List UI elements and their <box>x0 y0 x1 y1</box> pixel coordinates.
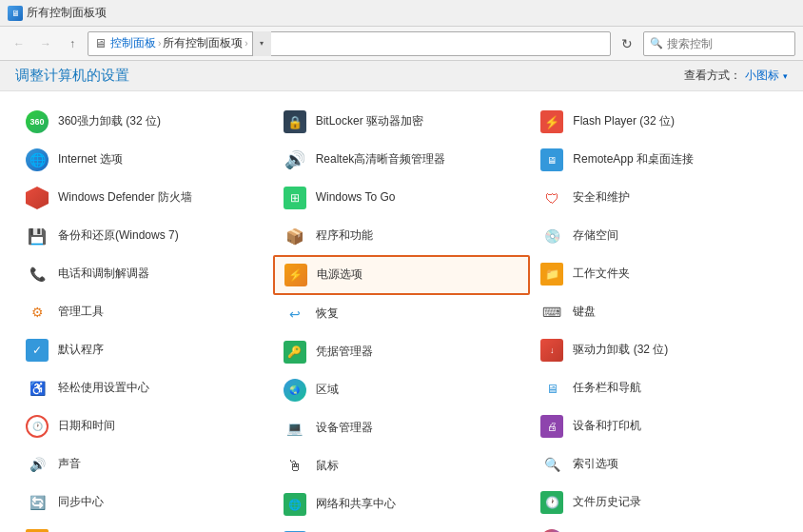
control-item-internet[interactable]: 🌐Internet 选项 <box>15 141 273 179</box>
filemgr-icon: 📁 <box>24 527 50 532</box>
sync-label: 同步中心 <box>58 495 104 510</box>
flash-icon: ⚡ <box>539 108 565 135</box>
sound-label: 声音 <box>58 457 81 472</box>
ease-label: 轻松使用设置中心 <box>58 381 149 396</box>
control-item-color[interactable]: 颜色管理 <box>530 522 788 532</box>
control-item-workfolder[interactable]: 📁工作文件夹 <box>530 255 788 293</box>
360uninstall-icon: 360 <box>24 108 50 135</box>
remoteapp-icon: 🖥 <box>539 147 565 173</box>
up-button[interactable]: ↑ <box>61 32 84 55</box>
control-item-bitlocker[interactable]: 🔒BitLocker 驱动器加密 <box>273 103 531 141</box>
view-chevron-icon: ▾ <box>783 71 788 81</box>
control-item-network[interactable]: 🌐网络和共享中心 <box>273 485 531 523</box>
devmgr-label: 设备管理器 <box>316 421 373 436</box>
address-dropdown[interactable]: ▾ <box>252 31 271 56</box>
sound-icon: 🔊 <box>24 451 50 478</box>
sync-icon: 🔄 <box>24 489 50 516</box>
360uninstall-label: 360强力卸载 (32 位) <box>58 114 161 129</box>
power-label: 电源选项 <box>317 267 362 283</box>
control-item-index[interactable]: 🔍索引选项 <box>530 445 788 483</box>
region-icon: 🌏 <box>282 377 308 404</box>
index-icon: 🔍 <box>539 451 565 478</box>
control-item-power[interactable]: ⚡电源选项 <box>273 255 531 295</box>
search-icon: 🔍 <box>650 37 663 49</box>
view-label: 查看方式： <box>684 68 741 84</box>
phone-icon: 📞 <box>24 261 50 287</box>
control-item-storage[interactable]: 💿存储空间 <box>530 217 788 255</box>
realtek-label: Realtek高清晰音频管理器 <box>316 152 446 167</box>
defender-label: Windows Defender 防火墙 <box>58 190 192 206</box>
search-box[interactable]: 🔍 <box>643 31 795 56</box>
control-item-programs[interactable]: 📦程序和功能 <box>273 217 531 255</box>
filehist-icon: 🕐 <box>539 489 565 516</box>
manage-icon: ⚙ <box>24 299 50 325</box>
taskbar-icon: 🖥 <box>539 375 565 402</box>
control-item-360uninstall[interactable]: 360360强力卸载 (32 位) <box>15 103 273 141</box>
search-input[interactable] <box>667 37 789 50</box>
window-icon: 🖥 <box>8 6 23 21</box>
back-button[interactable]: ← <box>8 32 30 55</box>
control-item-credential[interactable]: 🔑凭据管理器 <box>273 333 531 371</box>
bitlocker-label: BitLocker 驱动器加密 <box>316 114 423 129</box>
title-bar: 🖥 所有控制面板项 <box>0 0 803 27</box>
taskbar-label: 任务栏和导航 <box>573 381 641 396</box>
address-path-icon: 🖥 <box>94 36 107 50</box>
bitlocker-icon: 🔒 <box>282 108 308 135</box>
control-item-realtek[interactable]: 🔊Realtek高清晰音频管理器 <box>273 141 531 179</box>
programs-icon: 📦 <box>282 223 308 249</box>
credential-label: 凭据管理器 <box>316 345 373 360</box>
forward-button[interactable]: → <box>34 32 57 55</box>
recover-label: 恢复 <box>316 306 339 322</box>
control-item-manage[interactable]: ⚙管理工具 <box>15 293 273 331</box>
toolbar: 调整计算机的设置 查看方式： 小图标 ▾ <box>0 61 803 91</box>
internet-icon: 🌐 <box>24 147 50 173</box>
items-grid: 360360强力卸载 (32 位)🌐Internet 选项Windows Def… <box>15 103 788 532</box>
remoteapp-label: RemoteApp 和桌面连接 <box>573 152 694 167</box>
internet-label: Internet 选项 <box>58 152 123 167</box>
control-item-sync[interactable]: 🔄同步中心 <box>15 483 273 522</box>
control-item-keyboard[interactable]: ⌨键盘 <box>530 293 788 331</box>
security-icon: 🛡 <box>539 185 565 211</box>
control-item-flash[interactable]: ⚡Flash Player (32 位) <box>530 103 788 141</box>
control-item-devmgr[interactable]: 💻设备管理器 <box>273 409 531 447</box>
control-item-mouse[interactable]: 🖱鼠标 <box>273 447 531 485</box>
control-item-filemgr[interactable]: 📁文件资源管理器选项 <box>15 522 273 532</box>
wintogo-label: Windows To Go <box>316 190 396 206</box>
storage-label: 存储空间 <box>573 228 618 244</box>
programs-label: 程序和功能 <box>316 228 373 244</box>
mouse-icon: 🖱 <box>282 453 308 480</box>
keyboard-label: 键盘 <box>573 305 596 320</box>
control-item-backup[interactable]: 💾备份和还原(Windows 7) <box>15 217 273 255</box>
breadcrumb-item-0[interactable]: 控制面板 <box>110 35 156 51</box>
filehist-label: 文件历史记录 <box>573 495 641 510</box>
control-item-taskbar[interactable]: 🖥任务栏和导航 <box>530 369 788 407</box>
view-mode-selector: 查看方式： 小图标 ▾ <box>684 68 788 84</box>
control-item-recover[interactable]: ↩恢复 <box>273 295 531 333</box>
control-item-security[interactable]: 🛡安全和维护 <box>530 179 788 217</box>
view-option-link[interactable]: 小图标 <box>745 68 779 84</box>
control-item-system[interactable]: 🖥系统 <box>273 523 531 532</box>
defender-icon <box>24 185 50 211</box>
control-item-wintogo[interactable]: ⊞Windows To Go <box>273 179 531 217</box>
control-item-filehist[interactable]: 🕐文件历史记录 <box>530 483 788 522</box>
control-item-region[interactable]: 🌏区域 <box>273 371 531 409</box>
mouse-label: 鼠标 <box>316 459 339 474</box>
address-input[interactable]: 🖥 控制面板 › 所有控制面板项 › ▾ <box>88 31 611 56</box>
ease-icon: ♿ <box>24 375 50 402</box>
control-item-defaultprog[interactable]: ✓默认程序 <box>15 331 273 369</box>
keyboard-icon: ⌨ <box>539 299 565 325</box>
defaultprog-icon: ✓ <box>24 337 50 364</box>
control-item-360dl[interactable]: ↓驱动力卸载 (32 位) <box>530 331 788 369</box>
refresh-button[interactable]: ↻ <box>615 31 639 56</box>
backup-icon: 💾 <box>24 223 50 249</box>
security-label: 安全和维护 <box>573 190 630 206</box>
breadcrumb-item-1[interactable]: 所有控制面板项 <box>163 35 243 51</box>
control-item-phone[interactable]: 📞电话和调制解调器 <box>15 255 273 293</box>
control-item-defender[interactable]: Windows Defender 防火墙 <box>15 179 273 217</box>
control-item-ease[interactable]: ♿轻松使用设置中心 <box>15 369 273 407</box>
control-item-datetime[interactable]: 🕐日期和时间 <box>15 407 273 445</box>
network-label: 网络和共享中心 <box>316 497 396 512</box>
control-item-devprint[interactable]: 🖨设备和打印机 <box>530 407 788 445</box>
control-item-remoteapp[interactable]: 🖥RemoteApp 和桌面连接 <box>530 141 788 179</box>
control-item-sound[interactable]: 🔊声音 <box>15 445 273 483</box>
